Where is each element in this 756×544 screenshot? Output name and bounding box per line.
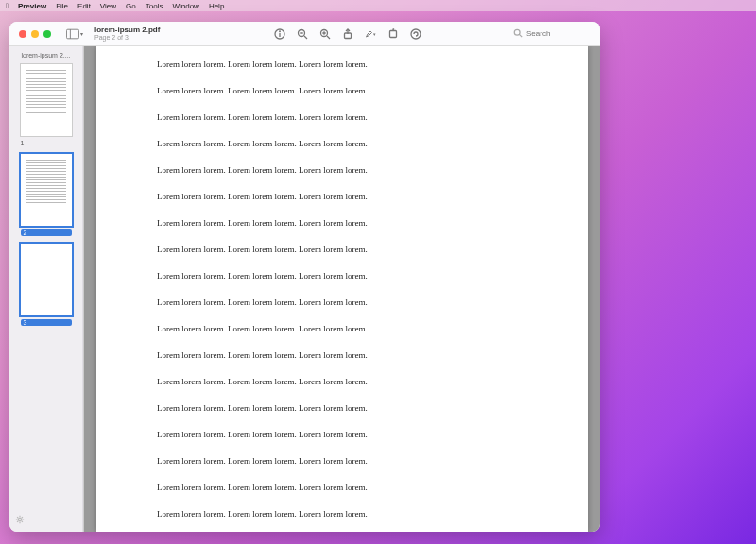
svg-line-17 [520, 34, 523, 37]
page-line: Lorem lorem lorem. Lorem lorem lorem. Lo… [157, 456, 527, 466]
page-line: Lorem lorem lorem. Lorem lorem lorem. Lo… [157, 112, 527, 122]
svg-point-18 [18, 518, 21, 520]
chevron-down-icon: ▾ [373, 31, 376, 37]
menubar-item-window[interactable]: Window [172, 2, 198, 10]
svg-point-4 [280, 30, 281, 31]
minimize-window-button[interactable] [31, 30, 39, 38]
page-line: Lorem lorem lorem. Lorem lorem lorem. Lo… [157, 218, 527, 228]
page-line: Lorem lorem lorem. Lorem lorem lorem. Lo… [157, 377, 527, 386]
page-line: Lorem lorem lorem. Lorem lorem lorem. Lo… [157, 509, 527, 518]
sidebar-filename-label: lorem-ipsum 2.... [9, 52, 82, 59]
menubar-item-file[interactable]: File [56, 2, 68, 10]
page-line: Lorem lorem lorem. Lorem lorem lorem. Lo… [157, 60, 527, 69]
search-input[interactable] [526, 29, 593, 38]
menubar-item-go[interactable]: Go [126, 2, 136, 10]
page-line: Lorem lorem lorem. Lorem lorem lorem. Lo… [157, 86, 527, 95]
page-line: Lorem lorem lorem. Lorem lorem lorem. Lo… [157, 192, 527, 201]
page-line: Lorem lorem lorem. Lorem lorem lorem. Lo… [157, 298, 527, 307]
menubar-item-view[interactable]: View [100, 2, 116, 10]
system-menubar:  Preview File Edit View Go Tools Window… [0, 0, 756, 11]
page-line: Lorem lorem lorem. Lorem lorem lorem. Lo… [157, 245, 527, 254]
document-filename: lorem-ipsum 2.pdf [94, 26, 160, 34]
sidebar-settings-icon[interactable] [15, 511, 25, 528]
thumbnail-page-1[interactable] [21, 64, 72, 136]
highlight-icon[interactable]: ▾ [365, 28, 376, 40]
svg-point-16 [514, 29, 520, 35]
zoom-window-button[interactable] [43, 30, 51, 38]
window-controls [9, 30, 51, 38]
sidebar-toggle-button[interactable]: ▾ [64, 26, 85, 42]
thumbnail-page-2[interactable] [21, 154, 72, 226]
page-line: Lorem lorem lorem. Lorem lorem lorem. Lo… [157, 483, 527, 492]
page-line: Lorem lorem lorem. Lorem lorem lorem. Lo… [157, 139, 527, 148]
thumbnail-page-3[interactable] [21, 244, 72, 315]
share-icon[interactable] [342, 28, 353, 40]
thumbnail-page-number: 2 [21, 230, 72, 236]
svg-point-15 [411, 29, 421, 39]
document-page-status: Page 2 of 3 [94, 34, 160, 41]
search-field[interactable] [513, 28, 593, 40]
page-line: Lorem lorem lorem. Lorem lorem lorem. Lo… [157, 350, 527, 360]
page-line: Lorem lorem lorem. Lorem lorem lorem. Lo… [157, 324, 527, 333]
menubar-item-edit[interactable]: Edit [77, 2, 91, 10]
rotate-icon[interactable] [387, 28, 399, 40]
thumbnail-page-number: 1 [21, 140, 72, 146]
document-title-block: lorem-ipsum 2.pdf Page 2 of 3 [94, 26, 160, 41]
menubar-item-tools[interactable]: Tools [146, 2, 163, 10]
toolbar: ▾ [274, 28, 421, 40]
zoom-out-icon[interactable] [297, 28, 308, 40]
markup-icon[interactable] [410, 28, 421, 40]
preview-window: ▾ lorem-ipsum 2.pdf Page 2 of 3 ▾ lorem-… [9, 22, 600, 532]
info-icon[interactable] [274, 28, 285, 40]
window-body: lorem-ipsum 2.... 123 Lorem lorem lorem.… [9, 46, 600, 532]
svg-rect-0 [66, 29, 78, 39]
svg-rect-14 [390, 30, 397, 37]
page-line: Lorem lorem lorem. Lorem lorem lorem. Lo… [157, 165, 527, 175]
page-line: Lorem lorem lorem. Lorem lorem lorem. Lo… [157, 403, 527, 413]
search-icon [513, 28, 523, 40]
svg-line-6 [304, 36, 307, 39]
page-line: Lorem lorem lorem. Lorem lorem lorem. Lo… [157, 271, 527, 280]
page-viewport[interactable]: Lorem lorem lorem. Lorem lorem lorem. Lo… [83, 46, 600, 532]
svg-line-9 [327, 36, 330, 39]
close-window-button[interactable] [19, 30, 26, 38]
thumbnail-page-number: 3 [21, 319, 72, 326]
window-titlebar: ▾ lorem-ipsum 2.pdf Page 2 of 3 ▾ [9, 22, 600, 46]
page-line: Lorem lorem lorem. Lorem lorem lorem. Lo… [157, 430, 527, 439]
apple-menu-icon[interactable]:  [6, 2, 9, 10]
menubar-app-name[interactable]: Preview [18, 2, 46, 10]
zoom-in-icon[interactable] [319, 28, 331, 40]
menubar-item-help[interactable]: Help [209, 2, 224, 10]
thumbnail-sidebar: lorem-ipsum 2.... 123 [9, 46, 83, 532]
chevron-down-icon: ▾ [80, 30, 83, 37]
document-page: Lorem lorem lorem. Lorem lorem lorem. Lo… [96, 46, 588, 532]
